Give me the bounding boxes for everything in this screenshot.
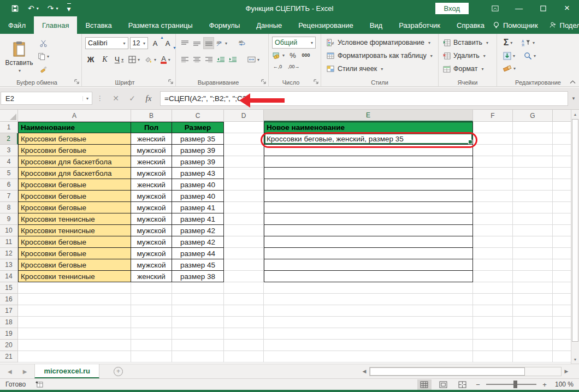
cell-G3[interactable] bbox=[513, 145, 553, 156]
cell-F2[interactable] bbox=[473, 133, 513, 145]
cell-G11[interactable] bbox=[513, 236, 553, 248]
cell-B15[interactable] bbox=[131, 282, 172, 294]
cell-F19[interactable] bbox=[473, 328, 513, 340]
cell-B18[interactable] bbox=[131, 317, 172, 328]
autosum-button[interactable]: Σ▾ bbox=[503, 37, 513, 49]
vertical-scrollbar[interactable]: ▲ ▼ bbox=[571, 110, 579, 364]
cell-F21[interactable] bbox=[473, 351, 513, 363]
cell-F1[interactable] bbox=[473, 122, 513, 133]
collapse-ribbon-icon[interactable] bbox=[570, 80, 576, 84]
cell-A15[interactable] bbox=[18, 282, 131, 294]
cell-H17[interactable] bbox=[553, 305, 571, 317]
cell-D12[interactable] bbox=[224, 248, 264, 259]
paste-dropdown-icon[interactable]: ▾ bbox=[19, 68, 21, 73]
sort-filter-button[interactable]: АЯ▾ bbox=[521, 37, 535, 49]
cell-A6[interactable]: Кроссовки беговые bbox=[18, 179, 131, 191]
cell-E19[interactable] bbox=[264, 328, 473, 340]
cell-C18[interactable] bbox=[172, 317, 224, 328]
cell-C11[interactable]: размер 42 bbox=[172, 236, 224, 248]
delete-cells-button[interactable]: Удалить▾ bbox=[443, 49, 494, 62]
cell-F15[interactable] bbox=[473, 282, 513, 294]
tab-данные[interactable]: Данные bbox=[248, 16, 290, 34]
cell-G1[interactable] bbox=[513, 122, 553, 133]
currency-format-button[interactable]: ▾ bbox=[272, 49, 285, 61]
cell-E16[interactable] bbox=[264, 294, 473, 305]
share-button[interactable]: Поделиться bbox=[549, 21, 579, 29]
align-middle-button[interactable] bbox=[191, 37, 202, 49]
cell-B8[interactable]: мужской bbox=[131, 202, 172, 213]
paste-button[interactable]: Вставить ▾ bbox=[3, 36, 35, 78]
cell-F7[interactable] bbox=[473, 191, 513, 202]
cell-C13[interactable]: размер 45 bbox=[172, 259, 224, 271]
row-header-16[interactable]: 16 bbox=[0, 294, 18, 305]
cell-C12[interactable]: размер 44 bbox=[172, 248, 224, 259]
row-header-14[interactable]: 14 bbox=[0, 271, 18, 282]
row-header-21[interactable]: 21 bbox=[0, 351, 18, 363]
cell-C20[interactable] bbox=[172, 340, 224, 351]
page-break-view-button[interactable] bbox=[456, 379, 470, 390]
cell-H5[interactable] bbox=[553, 168, 571, 179]
number-dialog-launcher[interactable] bbox=[314, 79, 319, 85]
helper-menu[interactable]: Помощник bbox=[493, 21, 538, 29]
increase-indent-button[interactable] bbox=[227, 54, 238, 66]
cell-E20[interactable] bbox=[264, 340, 473, 351]
customize-qat-icon[interactable]: ▾ bbox=[67, 3, 71, 13]
name-box-dropdown-icon[interactable]: ▾ bbox=[82, 96, 92, 101]
undo-button[interactable]: ↶▾ bbox=[28, 4, 39, 13]
number-format-select[interactable]: Общий▾ bbox=[272, 37, 316, 49]
col-header-F[interactable]: F bbox=[473, 110, 513, 122]
decrease-indent-button[interactable] bbox=[215, 54, 226, 66]
cell-C10[interactable]: размер 42 bbox=[172, 225, 224, 236]
decrease-decimal-button[interactable]: ,00→ bbox=[287, 61, 300, 73]
col-header-E[interactable]: E bbox=[264, 110, 473, 122]
font-color-button[interactable]: А▾ bbox=[160, 54, 171, 66]
row-header-12[interactable]: 12 bbox=[0, 248, 18, 259]
scroll-left-icon[interactable]: ◀ bbox=[361, 369, 368, 374]
cell-B9[interactable]: мужской bbox=[131, 213, 172, 225]
cell-C4[interactable]: размер 39 bbox=[172, 156, 224, 168]
cell-A19[interactable] bbox=[18, 328, 131, 340]
next-sheet-icon[interactable]: ▶ bbox=[23, 369, 27, 375]
cell-B6[interactable]: женский bbox=[131, 179, 172, 191]
cell-F6[interactable] bbox=[473, 179, 513, 191]
maximize-button[interactable] bbox=[531, 0, 555, 16]
cell-F5[interactable] bbox=[473, 168, 513, 179]
cell-A20[interactable] bbox=[18, 340, 131, 351]
tab-вид[interactable]: Вид bbox=[362, 16, 391, 34]
font-size-select[interactable]: 12▾ bbox=[130, 37, 148, 49]
cell-F13[interactable] bbox=[473, 259, 513, 271]
zoom-slider-thumb[interactable] bbox=[513, 381, 517, 388]
col-header-partial[interactable] bbox=[553, 110, 571, 122]
row-header-10[interactable]: 10 bbox=[0, 225, 18, 236]
cell-E5[interactable] bbox=[264, 168, 473, 179]
cell-B11[interactable]: мужской bbox=[131, 236, 172, 248]
cell-B14[interactable]: женский bbox=[131, 271, 172, 282]
tab-разметка-страницы[interactable]: Разметка страницы bbox=[120, 16, 201, 34]
col-header-G[interactable]: G bbox=[513, 110, 553, 122]
close-button[interactable]: × bbox=[555, 0, 579, 16]
cell-E21[interactable] bbox=[264, 351, 473, 363]
col-header-B[interactable]: B bbox=[131, 110, 172, 122]
cell-C6[interactable]: размер 40 bbox=[172, 179, 224, 191]
cell-C15[interactable] bbox=[172, 282, 224, 294]
cut-button[interactable] bbox=[37, 37, 50, 49]
tab-файл[interactable]: Файл bbox=[0, 16, 34, 34]
merge-center-button[interactable]: ▾ bbox=[247, 54, 260, 66]
clear-button[interactable]: ▾ bbox=[503, 62, 516, 74]
cell-D21[interactable] bbox=[224, 351, 264, 363]
cell-C7[interactable]: размер 40 bbox=[172, 191, 224, 202]
align-left-button[interactable] bbox=[179, 54, 190, 66]
cell-D19[interactable] bbox=[224, 328, 264, 340]
cell-A5[interactable]: Кроссовки для баскетбола bbox=[18, 168, 131, 179]
row-header-9[interactable]: 9 bbox=[0, 213, 18, 225]
row-header-13[interactable]: 13 bbox=[0, 259, 18, 271]
scroll-right-icon[interactable]: ▶ bbox=[563, 369, 570, 374]
row-header-20[interactable]: 20 bbox=[0, 340, 18, 351]
row-header-17[interactable]: 17 bbox=[0, 305, 18, 317]
cell-H9[interactable] bbox=[553, 213, 571, 225]
cell-G19[interactable] bbox=[513, 328, 553, 340]
insert-function-button[interactable]: fx bbox=[140, 94, 157, 103]
cell-F3[interactable] bbox=[473, 145, 513, 156]
cell-D2[interactable] bbox=[224, 133, 264, 145]
cell-E9[interactable] bbox=[264, 213, 473, 225]
